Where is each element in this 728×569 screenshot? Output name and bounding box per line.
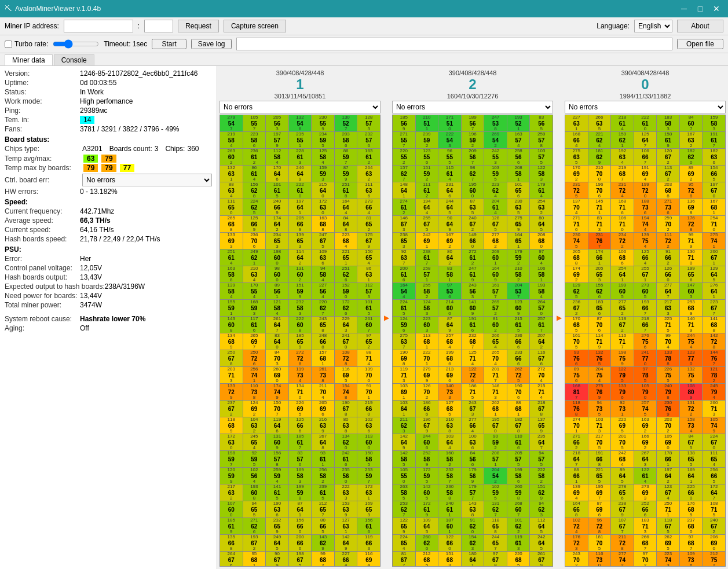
chip-top: 261	[319, 367, 327, 372]
chip-cell: 168 59 3	[243, 300, 266, 316]
chip-bot: 4	[575, 211, 577, 216]
chip-mid: 60	[492, 255, 499, 261]
chip-top: 207	[537, 333, 545, 339]
chip-cell: 124 56 3	[416, 300, 438, 316]
chip-cell: 128 57 3	[357, 115, 380, 131]
chip-top: 139	[296, 233, 303, 238]
ip-input-1[interactable]	[64, 20, 133, 32]
chip-bot: 1	[598, 261, 601, 266]
chip-top: 139	[573, 484, 580, 490]
chip-mid: 68	[423, 339, 430, 345]
chip-top: 208	[514, 166, 522, 171]
chip-cell: 226 69 5	[289, 401, 312, 417]
chip-cell: 195 67 0	[484, 417, 507, 434]
chip-bot: 0	[712, 546, 715, 552]
chip-bot: 9	[540, 496, 542, 501]
capture-button[interactable]: Capture screen	[224, 20, 286, 32]
maximize-button[interactable]: □	[693, 2, 707, 16]
chip-top: 208	[492, 451, 499, 456]
chip-top: 172	[423, 468, 430, 473]
file-path-input[interactable]: C:\Users\Andrey\Downloads\log (9).txt	[236, 38, 672, 50]
request-button[interactable]: Request	[178, 20, 219, 32]
minimize-button[interactable]: ─	[677, 2, 691, 16]
chip-bot: 6	[276, 177, 278, 182]
tab-miner-data[interactable]: Miner data	[5, 54, 53, 65]
chip-mid: 68	[343, 238, 349, 244]
miner-error-select-1[interactable]: No errors	[220, 101, 381, 113]
chip-bot: 8	[690, 227, 692, 233]
chip-bot: 2	[517, 278, 520, 283]
chip-bot: 4	[230, 144, 232, 149]
chip-cell: 171 51 0	[438, 115, 461, 131]
chip-bot: 6	[517, 194, 520, 199]
chip-mid: 71	[596, 339, 602, 345]
chip-mid: 69	[401, 355, 407, 362]
chip-mid: 72	[665, 238, 671, 244]
hash-boards-value: 21,78 / 22,49 / 22,04 TH/s	[80, 235, 160, 243]
chip-mid: 64	[642, 456, 648, 462]
chip-cell: 250 72 6	[243, 350, 266, 366]
chip-top: 222	[342, 484, 349, 490]
nav-arrow-1[interactable]: ▶	[554, 314, 564, 322]
chip-bot: 8	[321, 446, 324, 451]
chip-bot: 2	[448, 261, 451, 266]
ctrl-err-select[interactable]: No errors	[82, 174, 212, 186]
chip-bot: 9	[403, 446, 405, 451]
language-select[interactable]: English	[634, 20, 672, 32]
chip-cell: 110 73 8	[243, 384, 266, 400]
chip-top: 172	[319, 199, 327, 204]
about-button[interactable]: About	[677, 20, 723, 32]
chip-bot: 2	[276, 227, 278, 233]
open-file-button[interactable]: Open file	[677, 39, 723, 49]
chip-mid: 64	[274, 322, 280, 328]
chip-top: 99	[665, 333, 671, 339]
chip-bot: 6	[598, 295, 601, 300]
chip-cell: 146 71 3	[484, 384, 507, 400]
chip-top: 276	[710, 283, 718, 288]
chip-cell: 204 61 4	[484, 199, 507, 215]
chip-bot: 1	[253, 379, 255, 384]
start-button[interactable]: Start	[152, 39, 186, 49]
chip-cell: 220 62 7	[312, 300, 334, 316]
chip-mid: 62	[492, 188, 499, 194]
chip-cell: 197 64 1	[289, 199, 312, 215]
chip-mid: 70	[423, 355, 430, 362]
chip-mid: 66	[711, 171, 717, 177]
chip-cell: 195 60 0	[462, 182, 484, 199]
chip-mid: 66	[469, 423, 475, 429]
ip-input-2[interactable]	[144, 20, 173, 32]
miner-error-select-2[interactable]: No errors	[392, 101, 553, 113]
miner-error-select-0[interactable]: No errors	[565, 101, 726, 113]
turbo-checkbox[interactable]	[5, 41, 12, 48]
chip-mid: 60	[423, 322, 430, 328]
chip-top: 121	[710, 367, 718, 372]
chip-mid: 69	[688, 204, 694, 211]
chip-cell: 90 59 2	[484, 434, 507, 450]
chip-bot: 0	[321, 211, 324, 216]
chip-cell: 172 63 0	[312, 199, 334, 215]
tab-console[interactable]: Console	[54, 54, 94, 65]
chip-top: 275	[514, 216, 522, 221]
chip-mid: 61	[320, 456, 326, 462]
chip-cell: 203 71 3	[220, 367, 243, 383]
chip-top: 224	[400, 300, 408, 305]
chip-bot: 2	[667, 177, 669, 182]
turbo-slider[interactable]	[53, 39, 99, 49]
uptime-value: 0d 00:03:55	[80, 79, 116, 87]
chip-cell: 183 58 3	[657, 115, 679, 131]
chip-top: 256	[710, 468, 718, 473]
chip-top: 195	[595, 484, 603, 490]
chip-top: 231	[595, 233, 603, 238]
chip-top: 103	[400, 401, 408, 406]
chip-top: 132	[228, 166, 235, 171]
chip-bot: 9	[621, 513, 623, 518]
chip-top: 156	[365, 518, 372, 523]
chip-mid: 58	[423, 288, 430, 295]
save-log-button[interactable]: Save log	[191, 39, 232, 49]
chip-top: 253	[687, 300, 694, 305]
chip-cell: 123 77 0	[680, 350, 703, 366]
chip-bot: 2	[621, 563, 623, 567]
window-close-button[interactable]: ✕	[709, 2, 723, 16]
nav-arrow-0[interactable]: ▶	[382, 314, 391, 322]
chip-cell: 170 55 4	[243, 283, 266, 299]
